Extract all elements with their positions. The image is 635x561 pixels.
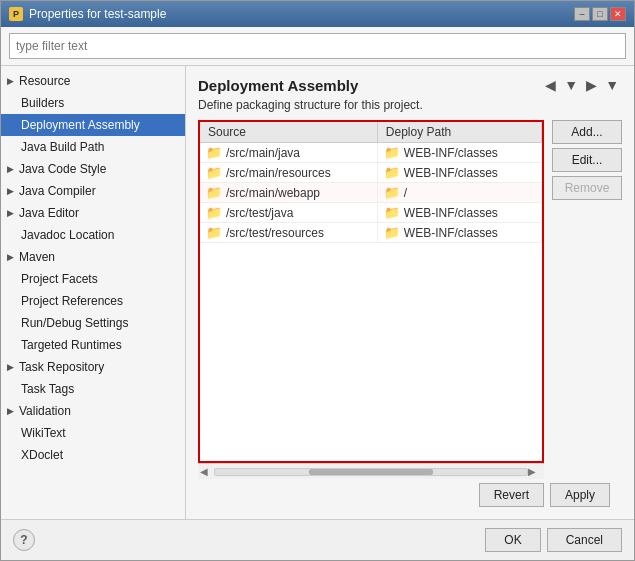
deploy-cell: 📁WEB-INF/classes (377, 223, 541, 243)
scrollbar-area[interactable]: ◀ ▶ (198, 463, 544, 479)
sidebar-label-resource: Resource (19, 72, 70, 90)
title-bar-left: P Properties for test-sample (9, 7, 166, 21)
edit-button[interactable]: Edit... (552, 148, 622, 172)
folder-icon: 📁 (206, 225, 222, 240)
deploy-cell: 📁WEB-INF/classes (377, 143, 541, 163)
sidebar-arrow-resource: ▶ (7, 72, 14, 90)
filter-input[interactable] (9, 33, 626, 59)
dialog-title: Properties for test-sample (29, 7, 166, 21)
sidebar-arrow-java-compiler: ▶ (7, 182, 14, 200)
maximize-button[interactable]: □ (592, 7, 608, 21)
add-button[interactable]: Add... (552, 120, 622, 144)
sidebar-arrow-java-code-style: ▶ (7, 160, 14, 178)
sidebar-item-maven[interactable]: ▶Maven (1, 246, 185, 268)
sidebar-label-task-repository: Task Repository (19, 358, 104, 376)
scrollbar-track[interactable] (214, 468, 528, 476)
ok-button[interactable]: OK (485, 528, 540, 552)
side-buttons: Add... Edit... Remove (552, 120, 622, 479)
dialog-body: ▶ResourceBuildersDeployment AssemblyJava… (1, 27, 634, 560)
sidebar-item-project-references[interactable]: Project References (1, 290, 185, 312)
sidebar-label-task-tags: Task Tags (21, 380, 74, 398)
sidebar-item-java-compiler[interactable]: ▶Java Compiler (1, 180, 185, 202)
table-row[interactable]: 📁/src/test/resources📁WEB-INF/classes (200, 223, 542, 243)
source-cell: 📁/src/test/resources (200, 223, 377, 243)
sidebar-label-run-debug-settings: Run/Debug Settings (21, 314, 128, 332)
deploy-cell: 📁WEB-INF/classes (377, 203, 541, 223)
remove-button[interactable]: Remove (552, 176, 622, 200)
main-content: ▶ResourceBuildersDeployment AssemblyJava… (1, 66, 634, 519)
sidebar-label-validation: Validation (19, 402, 71, 420)
table-row[interactable]: 📁/src/main/resources📁WEB-INF/classes (200, 163, 542, 183)
filter-bar (1, 27, 634, 66)
panel-description: Define packaging structure for this proj… (198, 98, 622, 112)
sidebar-item-project-facets[interactable]: Project Facets (1, 268, 185, 290)
scroll-right-btn[interactable]: ▶ (528, 466, 542, 477)
sidebar-item-java-code-style[interactable]: ▶Java Code Style (1, 158, 185, 180)
dialog-icon: P (9, 7, 23, 21)
nav-dropdown-button[interactable]: ▼ (561, 76, 581, 94)
sidebar-item-validation[interactable]: ▶Validation (1, 400, 185, 422)
nav-forward-dropdown-button[interactable]: ▼ (602, 76, 622, 94)
folder-icon: 📁 (384, 225, 400, 240)
sidebar-item-resource[interactable]: ▶Resource (1, 70, 185, 92)
folder-icon: 📁 (206, 205, 222, 220)
folder-icon: 📁 (384, 185, 400, 200)
cancel-button[interactable]: Cancel (547, 528, 622, 552)
sidebar-item-run-debug-settings[interactable]: Run/Debug Settings (1, 312, 185, 334)
deploy-cell: 📁WEB-INF/classes (377, 163, 541, 183)
sidebar-item-deployment-assembly[interactable]: Deployment Assembly (1, 114, 185, 136)
sidebar-label-java-code-style: Java Code Style (19, 160, 106, 178)
revert-apply-row: Revert Apply (198, 479, 622, 511)
scroll-left-btn[interactable]: ◀ (200, 466, 214, 477)
sidebar-item-javadoc-location[interactable]: Javadoc Location (1, 224, 185, 246)
sidebar-label-builders: Builders (21, 94, 64, 112)
sidebar-item-targeted-runtimes[interactable]: Targeted Runtimes (1, 334, 185, 356)
source-cell: 📁/src/main/resources (200, 163, 377, 183)
bottom-left: ? (13, 529, 35, 551)
revert-button[interactable]: Revert (479, 483, 544, 507)
sidebar-arrow-maven: ▶ (7, 248, 14, 266)
table-row[interactable]: 📁/src/main/java📁WEB-INF/classes (200, 143, 542, 163)
sidebar-item-task-tags[interactable]: Task Tags (1, 378, 185, 400)
sidebar-item-wikitext[interactable]: WikiText (1, 422, 185, 444)
sidebar-label-wikitext: WikiText (21, 424, 66, 442)
minimize-button[interactable]: – (574, 7, 590, 21)
table-row[interactable]: 📁/src/test/java📁WEB-INF/classes (200, 203, 542, 223)
close-button[interactable]: ✕ (610, 7, 626, 21)
sidebar-label-xdoclet: XDoclet (21, 446, 63, 464)
title-buttons: – □ ✕ (574, 7, 626, 21)
col-deploy: Deploy Path (377, 122, 541, 143)
bottom-right: OK Cancel (485, 528, 622, 552)
panel-title: Deployment Assembly (198, 77, 358, 94)
apply-button[interactable]: Apply (550, 483, 610, 507)
sidebar-item-task-repository[interactable]: ▶Task Repository (1, 356, 185, 378)
nav-forward-button[interactable]: ▶ (583, 76, 600, 94)
properties-dialog: P Properties for test-sample – □ ✕ ▶Reso… (0, 0, 635, 561)
folder-icon: 📁 (206, 185, 222, 200)
nav-back-button[interactable]: ◀ (542, 76, 559, 94)
panel-header: Deployment Assembly ◀ ▼ ▶ ▼ (198, 76, 622, 94)
sidebar-label-javadoc-location: Javadoc Location (21, 226, 114, 244)
nav-buttons: ◀ ▼ ▶ ▼ (542, 76, 622, 94)
folder-icon: 📁 (384, 205, 400, 220)
source-cell: 📁/src/test/java (200, 203, 377, 223)
scrollbar-thumb[interactable] (309, 469, 434, 475)
sidebar-label-java-editor: Java Editor (19, 204, 79, 222)
right-panel: Deployment Assembly ◀ ▼ ▶ ▼ Define packa… (186, 66, 634, 519)
table-row[interactable]: 📁/src/main/webapp📁/ (200, 183, 542, 203)
table-and-buttons: Source Deploy Path 📁/src/main/java📁WEB-I… (198, 120, 622, 479)
deploy-cell: 📁/ (377, 183, 541, 203)
title-bar: P Properties for test-sample – □ ✕ (1, 1, 634, 27)
bottom-row: ? OK Cancel (1, 519, 634, 560)
folder-icon: 📁 (384, 165, 400, 180)
sidebar-arrow-java-editor: ▶ (7, 204, 14, 222)
sidebar-item-java-editor[interactable]: ▶Java Editor (1, 202, 185, 224)
sidebar-item-xdoclet[interactable]: XDoclet (1, 444, 185, 466)
folder-icon: 📁 (384, 145, 400, 160)
sidebar-label-project-facets: Project Facets (21, 270, 98, 288)
deploy-table: Source Deploy Path 📁/src/main/java📁WEB-I… (200, 122, 542, 243)
sidebar-item-builders[interactable]: Builders (1, 92, 185, 114)
col-source: Source (200, 122, 377, 143)
sidebar-item-java-build-path[interactable]: Java Build Path (1, 136, 185, 158)
help-button[interactable]: ? (13, 529, 35, 551)
